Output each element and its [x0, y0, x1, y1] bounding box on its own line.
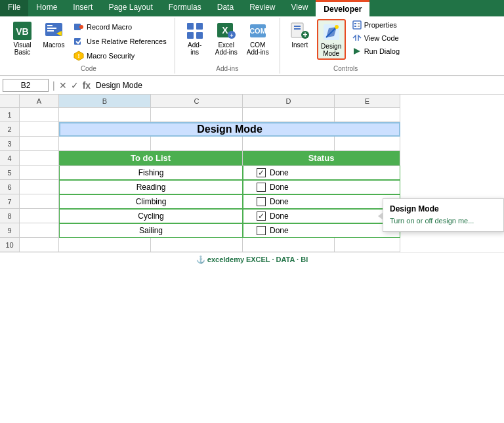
col-header-c[interactable]: C [151, 95, 243, 108]
tooltip-description: Turn on or off design me... [390, 216, 497, 226]
cell-a10[interactable] [20, 238, 59, 252]
tooltip-title: Design Mode [390, 204, 497, 213]
cell-b4-header[interactable]: To do List [59, 151, 243, 166]
macros-button[interactable]: Macros [39, 19, 68, 50]
cell-d1[interactable] [243, 108, 335, 122]
cell-a4[interactable] [20, 151, 59, 166]
cell-a7[interactable] [20, 194, 59, 209]
properties-icon [352, 20, 362, 30]
cell-reference-input[interactable] [3, 79, 49, 92]
svg-text:+: + [303, 30, 307, 39]
cell-c3[interactable] [151, 137, 243, 151]
cell-a8[interactable] [20, 209, 59, 223]
record-macro-button[interactable]: Record Macro [71, 20, 169, 33]
cell-c1[interactable] [151, 108, 243, 122]
col-header-d[interactable]: D [243, 95, 335, 108]
checkbox-climbing[interactable] [257, 197, 266, 206]
cell-d3[interactable] [243, 137, 335, 151]
ribbon: File Home Insert Page Layout Formulas Da… [0, 0, 504, 76]
svg-text:+: + [230, 32, 233, 39]
addins-button[interactable]: Add-ins [180, 19, 209, 57]
cell-b3[interactable] [59, 137, 151, 151]
insert-function-icon[interactable]: fx [83, 80, 91, 91]
insert-label: Insert [291, 41, 308, 49]
tab-formulas[interactable]: Formulas [161, 0, 209, 16]
cell-status-climbing[interactable]: Done [243, 194, 400, 209]
watermark-bar: ⚓ exceldemy EXCEL · DATA · BI [0, 252, 504, 267]
com-addins-button[interactable]: COM COMAdd-ins [243, 19, 272, 57]
excel-addins-label: ExcelAdd-ins [215, 41, 238, 56]
visual-basic-button[interactable]: VB VisualBasic [8, 19, 37, 57]
excel-addins-button[interactable]: X + ExcelAdd-ins [212, 19, 241, 57]
cell-a2[interactable] [20, 122, 59, 137]
macros-icon [43, 20, 64, 41]
col-header-e[interactable]: E [335, 95, 400, 108]
cell-task-climbing[interactable]: Climbing [59, 194, 243, 209]
checkbox-fishing[interactable]: ✓ [257, 168, 266, 177]
svg-rect-13 [196, 23, 203, 30]
macro-security-button[interactable]: ! Macro Security [71, 49, 169, 62]
done-label-reading: Done [270, 183, 289, 192]
tab-developer[interactable]: Developer [316, 0, 369, 16]
tab-page-layout[interactable]: Page Layout [100, 0, 160, 16]
formula-input[interactable] [93, 79, 501, 91]
cell-a9[interactable] [20, 223, 59, 238]
checkbox-reading[interactable] [257, 183, 266, 192]
use-relative-references-button[interactable]: Use Relative References [71, 35, 169, 48]
cell-status-fishing[interactable]: ✓ Done [243, 166, 400, 180]
cell-e1[interactable] [335, 108, 400, 122]
cell-d10[interactable] [243, 238, 335, 252]
macros-label: Macros [43, 41, 65, 49]
cell-task-fishing[interactable]: Fishing [59, 166, 243, 180]
done-label-sailing: Done [270, 226, 289, 235]
cell-task-sailing[interactable]: Sailing [59, 223, 243, 238]
checkbox-sailing[interactable] [257, 226, 266, 235]
col-header-a[interactable]: A [20, 95, 59, 108]
svg-marker-36 [354, 48, 360, 55]
brand-name: exceldemy [207, 256, 244, 263]
cell-a5[interactable] [20, 166, 59, 180]
tab-home[interactable]: Home [28, 0, 65, 16]
record-macro-label: Record Macro [87, 23, 132, 31]
ribbon-group-addins: Add-ins X + ExcelAdd-ins [175, 18, 280, 74]
com-addins-label: COMAdd-ins [247, 41, 269, 56]
tab-data[interactable]: Data [209, 0, 242, 16]
cell-b10[interactable] [59, 238, 151, 252]
ribbon-body: VB VisualBasic [0, 16, 504, 76]
cell-a6[interactable] [20, 180, 59, 194]
checkbox-cycling[interactable]: ✓ [257, 212, 266, 221]
row-header-2: 2 [0, 122, 20, 137]
tab-insert[interactable]: Insert [65, 0, 100, 16]
cell-status-sailing[interactable]: Done [243, 223, 400, 238]
run-dialog-button[interactable]: Run Dialog [348, 45, 404, 57]
properties-button[interactable]: Properties [348, 19, 404, 31]
cell-task-cycling[interactable]: Cycling [59, 209, 243, 223]
view-code-button[interactable]: View Code [348, 32, 404, 44]
cell-e3[interactable] [335, 137, 400, 151]
cell-b1[interactable] [59, 108, 151, 122]
design-mode-label: DesignMode [321, 43, 341, 57]
tab-view[interactable]: View [284, 0, 316, 16]
macro-security-icon: ! [74, 51, 84, 61]
cell-status-cycling[interactable]: ✓ Done [243, 209, 400, 223]
svg-rect-33 [354, 26, 356, 27]
cell-status-reading[interactable]: Done [243, 180, 400, 194]
addins-group-label: Add-ins [175, 65, 280, 72]
ribbon-tab-bar: File Home Insert Page Layout Formulas Da… [0, 0, 504, 16]
cancel-icon[interactable]: ✕ [59, 80, 67, 91]
cell-d4-header[interactable]: Status [243, 151, 400, 166]
cell-a3[interactable] [20, 137, 59, 151]
cell-a1[interactable] [20, 108, 59, 122]
tab-file[interactable]: File [0, 0, 28, 16]
insert-button[interactable]: + Insert [285, 19, 314, 50]
cell-task-reading[interactable]: Reading [59, 180, 243, 194]
col-header-b[interactable]: B [59, 95, 151, 108]
design-mode-button[interactable]: DesignMode [317, 19, 346, 60]
cell-e10[interactable] [335, 238, 400, 252]
confirm-icon[interactable]: ✓ [71, 80, 79, 91]
svg-rect-12 [187, 23, 194, 30]
cell-b2-merged[interactable]: Design Mode [59, 122, 400, 137]
tab-review[interactable]: Review [242, 0, 283, 16]
cell-c10[interactable] [151, 238, 243, 252]
code-group-label: Code [3, 65, 175, 72]
